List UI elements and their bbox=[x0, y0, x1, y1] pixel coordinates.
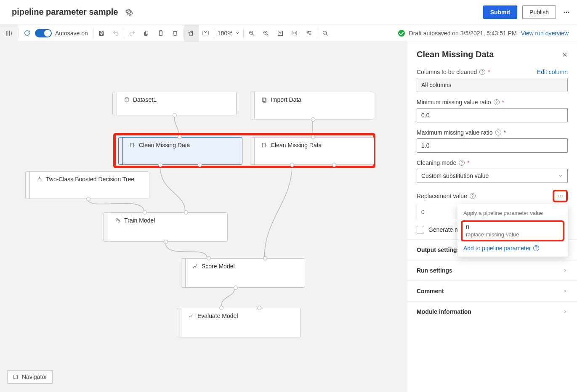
pipeline-settings-button[interactable] bbox=[125, 8, 133, 16]
cleaning-mode-select[interactable]: Custom substitution value bbox=[417, 169, 568, 183]
node-import-data[interactable]: Import Data bbox=[250, 92, 374, 119]
paste-button[interactable] bbox=[154, 25, 168, 42]
toolbar-status: Draft autosaved on 3/5/2021, 5:43:51 PM … bbox=[398, 30, 573, 37]
more-icon bbox=[563, 8, 570, 16]
svg-point-2 bbox=[568, 11, 569, 12]
node-clean-missing-data-1[interactable]: Clean Missing Data bbox=[118, 137, 242, 165]
node-label: Evaluate Model bbox=[197, 313, 238, 319]
publish-button[interactable]: Publish bbox=[522, 5, 556, 19]
status-success-icon bbox=[398, 30, 405, 37]
popover-add-label: Add to pipeline parameter bbox=[463, 245, 531, 252]
section-label: Comment bbox=[417, 288, 444, 294]
undo-button[interactable] bbox=[109, 25, 123, 42]
save-button[interactable] bbox=[94, 25, 109, 42]
chevron-down-icon bbox=[558, 173, 563, 178]
info-icon[interactable]: ? bbox=[495, 130, 501, 135]
svg-rect-16 bbox=[116, 219, 118, 220]
navigator-label: Navigator bbox=[22, 373, 47, 380]
section-label: Module information bbox=[417, 308, 471, 315]
pipeline-canvas[interactable]: .e{fill:none;stroke:#b8b8b8;stroke-width… bbox=[0, 42, 407, 392]
cleaning-mode-value: Custom substitution value bbox=[421, 172, 489, 179]
autosave-label: Autosave on bbox=[55, 30, 88, 37]
zoom-actual-icon: 1:1 bbox=[291, 29, 298, 37]
zoom-select[interactable]: 100% bbox=[215, 30, 242, 37]
section-module-information[interactable]: Module information bbox=[407, 301, 577, 322]
min-ratio-input[interactable] bbox=[417, 108, 568, 122]
submit-button[interactable]: Submit bbox=[483, 5, 517, 19]
node-evaluate-model[interactable]: Evaluate Model bbox=[177, 308, 301, 337]
node-label: Score Model bbox=[202, 263, 235, 270]
properties-panel: Clean Missing Data Columns to be cleaned… bbox=[407, 42, 577, 392]
info-icon[interactable]: ? bbox=[494, 99, 500, 105]
svg-point-13 bbox=[39, 177, 40, 177]
fit-screen-button[interactable] bbox=[199, 25, 213, 42]
svg-point-23 bbox=[558, 196, 558, 196]
node-two-class-boosted-decision-tree[interactable]: Two-Class Boosted Decision Tree bbox=[25, 171, 149, 199]
delete-icon bbox=[172, 30, 178, 37]
more-icon bbox=[557, 193, 564, 199]
node-clean-missing-data-2[interactable]: Clean Missing Data bbox=[250, 137, 374, 165]
info-icon[interactable]: ? bbox=[459, 160, 465, 166]
max-ratio-input[interactable] bbox=[417, 138, 568, 153]
svg-point-25 bbox=[562, 196, 563, 196]
auto-layout-button[interactable] bbox=[302, 25, 316, 42]
section-comment[interactable]: Comment bbox=[407, 281, 577, 301]
node-score-model[interactable]: Score Model bbox=[181, 258, 305, 288]
columns-label: Columns to be cleaned bbox=[417, 69, 477, 75]
chevron-right-icon bbox=[563, 268, 568, 273]
auto-layout-icon bbox=[306, 30, 312, 37]
info-icon[interactable]: ? bbox=[479, 69, 485, 75]
copy-icon bbox=[143, 30, 150, 37]
node-train-model[interactable]: Train Model bbox=[104, 212, 228, 242]
edit-column-link[interactable]: Edit column bbox=[537, 69, 568, 75]
panel-close-button[interactable] bbox=[562, 52, 568, 58]
library-toggle-button[interactable] bbox=[0, 24, 18, 42]
popover-option-value: 0 bbox=[466, 224, 559, 231]
gear-icon bbox=[125, 8, 133, 16]
info-icon[interactable]: ? bbox=[470, 193, 476, 199]
svg-point-0 bbox=[564, 11, 565, 12]
node-label: Import Data bbox=[271, 96, 301, 103]
zoom-in-button[interactable] bbox=[245, 25, 259, 42]
replacement-more-button[interactable] bbox=[553, 190, 568, 202]
panel-title: Clean Missing Data bbox=[417, 50, 494, 59]
view-run-overview-link[interactable]: View run overview bbox=[521, 30, 569, 37]
svg-rect-22 bbox=[13, 375, 17, 379]
undo-icon bbox=[112, 30, 119, 37]
popover-header: Apply a pipeline parameter value bbox=[457, 207, 568, 220]
zoom-fit-button[interactable] bbox=[273, 25, 287, 42]
save-icon bbox=[98, 30, 105, 37]
svg-point-21 bbox=[197, 265, 197, 265]
section-run-settings[interactable]: Run settings bbox=[407, 260, 577, 281]
section-label: Run settings bbox=[417, 267, 452, 274]
zoom-fit-icon bbox=[277, 30, 284, 37]
pipeline-name: pipeline parameter sample bbox=[12, 7, 118, 17]
navigator-icon bbox=[13, 374, 19, 380]
pan-button[interactable] bbox=[184, 25, 199, 42]
svg-point-20 bbox=[195, 267, 196, 268]
popover-existing-param-option[interactable]: 0 raplace-missing-value bbox=[461, 220, 564, 241]
replacement-label: Replacement value bbox=[417, 193, 467, 199]
search-button[interactable] bbox=[318, 25, 332, 42]
popover-add-param-link[interactable]: Add to pipeline parameter ? bbox=[457, 242, 568, 254]
refresh-button[interactable] bbox=[20, 25, 34, 42]
copy-button[interactable] bbox=[139, 25, 154, 42]
autosave-toggle[interactable] bbox=[35, 29, 52, 37]
zoom-out-button[interactable] bbox=[259, 25, 273, 42]
info-icon[interactable]: ? bbox=[533, 245, 539, 251]
delete-button[interactable] bbox=[168, 25, 182, 42]
pipeline-parameter-popover: Apply a pipeline parameter value 0 rapla… bbox=[457, 204, 568, 257]
redo-button[interactable] bbox=[125, 25, 139, 42]
dataset-icon bbox=[124, 97, 130, 103]
autosave-status-text: Draft autosaved on 3/5/2021, 5:43:51 PM bbox=[409, 30, 517, 37]
required-star: * bbox=[488, 69, 490, 75]
clean-data-icon bbox=[261, 142, 267, 148]
node-label: Two-Class Boosted Decision Tree bbox=[46, 176, 134, 183]
zoom-actual-button[interactable]: 1:1 bbox=[287, 25, 302, 42]
node-dataset1[interactable]: Dataset1 bbox=[112, 92, 237, 115]
title-more-menu[interactable] bbox=[563, 8, 570, 16]
navigator-button[interactable]: Navigator bbox=[7, 370, 53, 384]
generate-missing-checkbox[interactable] bbox=[417, 226, 424, 233]
svg-rect-11 bbox=[130, 143, 133, 147]
columns-value-box[interactable]: All columns bbox=[417, 78, 568, 92]
